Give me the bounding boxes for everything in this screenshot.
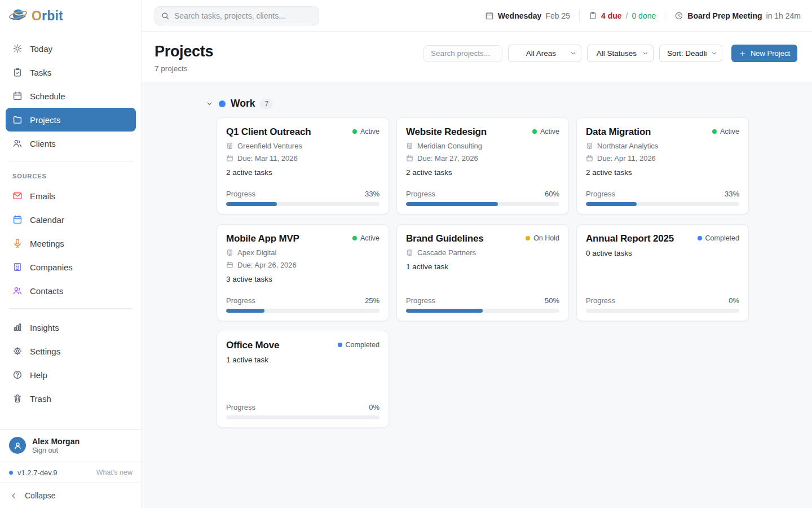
progress-label: Progress bbox=[226, 403, 255, 411]
divider bbox=[579, 10, 580, 21]
sidebar-item-clients[interactable]: Clients bbox=[6, 132, 136, 155]
status-dot bbox=[532, 129, 537, 134]
trash-icon bbox=[12, 393, 23, 404]
project-card[interactable]: Website Redesign Active Meridian Consult… bbox=[396, 117, 569, 214]
due-row: Due: Mar 27, 2026 bbox=[406, 154, 559, 163]
calendar-icon bbox=[226, 261, 233, 269]
progress-label: Progress bbox=[226, 296, 255, 305]
active-tasks: 1 active task bbox=[226, 356, 379, 364]
progress-bar bbox=[226, 309, 379, 313]
person-icon bbox=[13, 441, 23, 450]
project-card[interactable]: Annual Report 2025 Completed 0 active ta… bbox=[576, 224, 749, 321]
project-title: Brand Guidelines bbox=[406, 233, 484, 244]
sidebar-item-label: Trash bbox=[30, 394, 51, 404]
sidebar-item-label: Emails bbox=[30, 191, 55, 201]
status-badge: On Hold bbox=[526, 233, 559, 242]
progress-value: 25% bbox=[365, 296, 379, 305]
progress-bar bbox=[586, 202, 739, 206]
status-badge: Active bbox=[712, 126, 739, 135]
progress-bar bbox=[586, 309, 739, 313]
sidebar-item-emails[interactable]: Emails bbox=[6, 184, 136, 208]
client-row: Northstar Analytics bbox=[586, 142, 739, 150]
global-search[interactable] bbox=[155, 6, 319, 25]
page-title: Projects bbox=[155, 43, 213, 60]
sidebar-item-today[interactable]: Today bbox=[6, 37, 136, 60]
whats-new-link[interactable]: What's new bbox=[96, 468, 133, 476]
next-meeting-indicator[interactable]: Board Prep Meeting in 1h 24m bbox=[674, 11, 801, 20]
bar-chart-icon bbox=[12, 322, 23, 332]
project-title: Q1 Client Outreach bbox=[226, 126, 311, 138]
area-filter-select[interactable]: All Areas bbox=[508, 45, 581, 62]
status-dot bbox=[338, 343, 342, 347]
group-header-work[interactable]: Work 7 bbox=[205, 98, 756, 110]
client-row: Cascade Partners bbox=[406, 248, 559, 257]
active-tasks: 2 active tasks bbox=[406, 168, 559, 177]
global-search-input[interactable] bbox=[174, 11, 313, 20]
tools-nav: Insights Settings Help Trash bbox=[0, 314, 142, 410]
sort-select[interactable]: Sort: Deadline bbox=[659, 45, 722, 62]
project-card[interactable]: Office Move Completed 1 active task Prog… bbox=[217, 331, 389, 428]
client-row: Greenfield Ventures bbox=[226, 142, 379, 150]
due-row: Due: Apr 26, 2026 bbox=[226, 261, 379, 269]
project-search-input[interactable] bbox=[423, 45, 502, 62]
mail-icon bbox=[12, 191, 23, 201]
app-logo[interactable]: Orbit bbox=[0, 0, 142, 32]
progress-block: Progress 60% bbox=[406, 190, 559, 206]
client-row: Apex Digital bbox=[226, 248, 379, 257]
sidebar-item-contacts[interactable]: Contacts bbox=[6, 279, 136, 303]
progress-label: Progress bbox=[586, 296, 615, 305]
status-dot bbox=[352, 129, 357, 134]
sources-nav: Emails Calendar Meetings Companies Conta… bbox=[0, 183, 142, 303]
divider bbox=[665, 10, 665, 21]
building-icon bbox=[226, 249, 233, 256]
project-card[interactable]: Q1 Client Outreach Active Greenfield Ven… bbox=[217, 117, 389, 214]
progress-block: Progress 33% bbox=[226, 190, 379, 206]
collapse-sidebar-button[interactable]: Collapse bbox=[0, 483, 142, 508]
avatar[interactable] bbox=[9, 437, 26, 454]
sidebar-item-tasks[interactable]: Tasks bbox=[6, 60, 136, 84]
status-dot bbox=[712, 129, 717, 134]
project-title: Data Migration bbox=[586, 126, 651, 138]
project-count: 7 projects bbox=[155, 64, 213, 73]
sidebar-item-calendar[interactable]: Calendar bbox=[6, 208, 136, 231]
calendar-icon bbox=[406, 155, 413, 162]
sidebar-item-insights[interactable]: Insights bbox=[6, 316, 136, 339]
contacts-icon bbox=[12, 286, 23, 296]
date-label: Feb 25 bbox=[545, 11, 570, 20]
sidebar-item-meetings[interactable]: Meetings bbox=[6, 231, 136, 255]
client-name: Meridian Consulting bbox=[417, 142, 482, 150]
main-area: Wednesday Feb 25 4 due / 0 done Board Pr… bbox=[142, 0, 812, 508]
sidebar-item-schedule[interactable]: Schedule bbox=[6, 84, 136, 108]
status-filter-select[interactable]: All Statuses bbox=[587, 45, 654, 62]
sidebar-item-settings[interactable]: Settings bbox=[6, 339, 136, 363]
sign-out-link[interactable]: Sign out bbox=[32, 446, 80, 454]
status-dot bbox=[526, 236, 530, 240]
building-icon bbox=[406, 249, 413, 256]
sidebar-item-trash[interactable]: Trash bbox=[6, 387, 136, 410]
status-label: Active bbox=[360, 234, 379, 242]
sidebar-item-label: Today bbox=[30, 44, 52, 54]
sidebar-item-projects[interactable]: Projects bbox=[6, 108, 136, 132]
progress-value: 0% bbox=[729, 296, 739, 305]
sidebar-item-label: Companies bbox=[30, 262, 73, 272]
sidebar-item-companies[interactable]: Companies bbox=[6, 255, 136, 279]
building-icon bbox=[226, 142, 233, 150]
status-dot bbox=[698, 236, 702, 240]
sidebar-item-help[interactable]: Help bbox=[6, 363, 136, 387]
tasks-summary[interactable]: 4 due / 0 done bbox=[589, 11, 656, 20]
project-card[interactable]: Data Migration Active Northstar Analytic… bbox=[576, 117, 749, 214]
sidebar-item-label: Insights bbox=[30, 323, 59, 332]
client-name: Cascade Partners bbox=[417, 248, 476, 257]
divider bbox=[9, 161, 133, 161]
project-card[interactable]: Brand Guidelines On Hold Cascade Partner… bbox=[396, 224, 569, 321]
sidebar-item-label: Clients bbox=[30, 139, 56, 148]
status-label: Active bbox=[540, 128, 559, 135]
due-date: Due: Mar 11, 2026 bbox=[237, 154, 298, 163]
new-project-button[interactable]: New Project bbox=[731, 45, 797, 62]
status-label: Completed bbox=[346, 341, 379, 349]
sun-icon bbox=[12, 43, 23, 54]
status-label: Completed bbox=[705, 234, 739, 242]
version-status-dot bbox=[9, 471, 13, 475]
status-label: Active bbox=[720, 128, 739, 135]
project-card[interactable]: Mobile App MVP Active Apex Digital Due: … bbox=[217, 224, 389, 321]
